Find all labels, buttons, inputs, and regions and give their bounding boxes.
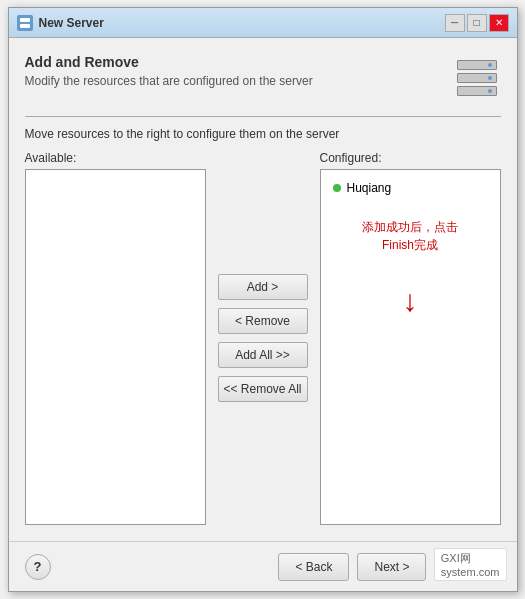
watermark-badge: GXI网system.com — [434, 548, 507, 581]
available-label: Available: — [25, 151, 206, 165]
main-window: New Server ─ □ ✕ Add and Remove Modify t… — [8, 7, 518, 592]
server-rack-3 — [457, 86, 497, 96]
remove-button[interactable]: < Remove — [218, 308, 308, 334]
available-list[interactable] — [25, 169, 206, 525]
remove-all-button[interactable]: << Remove All — [218, 376, 308, 402]
add-button[interactable]: Add > — [218, 274, 308, 300]
server-rack-1 — [457, 60, 497, 70]
title-bar: New Server ─ □ ✕ — [9, 8, 517, 38]
server-rack-2 — [457, 73, 497, 83]
close-button[interactable]: ✕ — [489, 14, 509, 32]
section-header: Add and Remove Modify the resources that… — [25, 54, 501, 102]
minimize-button[interactable]: ─ — [445, 14, 465, 32]
panel-container: Available: Add > < Remove Add All >> << … — [25, 151, 501, 525]
footer-left: ? — [25, 554, 51, 580]
configured-section: Configured: Huqiang 添加成功后，点击Finish完成 ↓ — [320, 151, 501, 525]
maximize-button[interactable]: □ — [467, 14, 487, 32]
available-section: Available: — [25, 151, 206, 525]
configured-item-name: Huqiang — [347, 181, 392, 195]
section-subtitle: Modify the resources that are configured… — [25, 74, 453, 88]
action-buttons: Add > < Remove Add All >> << Remove All — [206, 151, 320, 525]
add-all-button[interactable]: Add All >> — [218, 342, 308, 368]
back-button[interactable]: < Back — [278, 553, 349, 581]
annotation-text: 添加成功后，点击Finish完成 — [329, 218, 492, 254]
list-item[interactable]: Huqiang — [329, 178, 492, 198]
configured-list[interactable]: Huqiang 添加成功后，点击Finish完成 ↓ — [320, 169, 501, 525]
svg-rect-1 — [20, 24, 30, 28]
header-divider — [25, 116, 501, 117]
section-title: Add and Remove — [25, 54, 453, 70]
help-button[interactable]: ? — [25, 554, 51, 580]
next-button[interactable]: Next > — [357, 553, 426, 581]
server-icon-decoration — [453, 54, 501, 102]
title-bar-buttons: ─ □ ✕ — [445, 14, 509, 32]
content-area: Add and Remove Modify the resources that… — [9, 38, 517, 541]
svg-rect-0 — [20, 18, 30, 22]
configured-label: Configured: — [320, 151, 501, 165]
status-dot — [333, 184, 341, 192]
instruction-text: Move resources to the right to configure… — [25, 127, 501, 141]
header-text: Add and Remove Modify the resources that… — [25, 54, 453, 88]
arrow-down-icon: ↓ — [329, 284, 492, 318]
window-title: New Server — [39, 16, 445, 30]
window-icon — [17, 15, 33, 31]
